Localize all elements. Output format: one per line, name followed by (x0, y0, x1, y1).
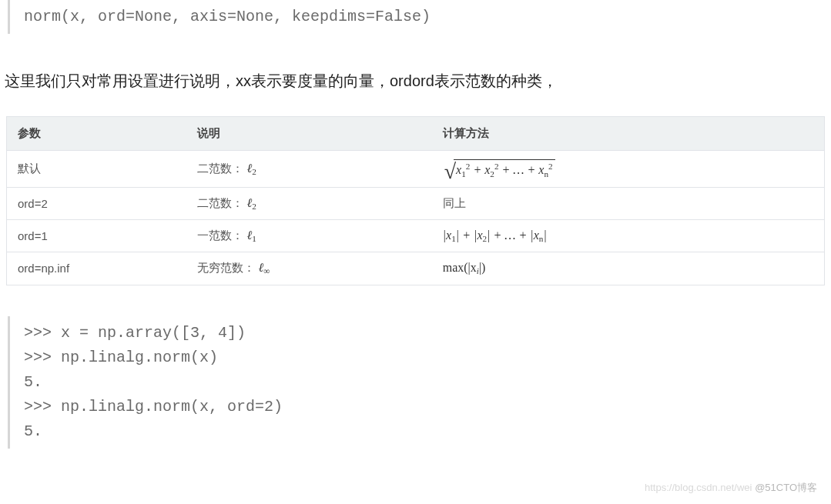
code-signature: norm(x, ord=None, axis=None, keepdims=Fa… (8, 0, 831, 34)
math-l1-icon: ℓ1 (247, 229, 256, 242)
table-row: ord=1 一范数： ℓ1 |x1| + |x2| + … + |xn| (7, 219, 824, 252)
cell-desc: 二范数： ℓ2 (186, 151, 431, 188)
cell-param: ord=np.inf (7, 252, 186, 285)
code-line: >>> np.linalg.norm(x) (24, 345, 817, 370)
math-l2-icon: ℓ2 (247, 162, 256, 175)
code-line: >>> np.linalg.norm(x, ord=2) (24, 395, 817, 419)
cell-calc: √x12 + x22 + … + xn2 (432, 151, 824, 188)
cell-desc: 一范数： ℓ1 (186, 219, 431, 252)
cell-param: ord=2 (7, 187, 186, 219)
table-row: ord=np.inf 无穷范数： ℓ∞ max(|xi|) (7, 252, 824, 285)
math-sqrt-sumsq: √x12 + x22 + … + xn2 (443, 159, 555, 179)
math-l2-icon: ℓ2 (247, 196, 256, 209)
table-row: 默认 二范数： ℓ2 √x12 + x22 + … + xn2 (7, 151, 824, 188)
code-text: norm(x, ord=None, axis=None, keepdims=Fa… (24, 8, 431, 25)
cell-calc: 同上 (432, 187, 824, 219)
cell-desc: 二范数： ℓ2 (186, 187, 431, 219)
table-row: ord=2 二范数： ℓ2 同上 (7, 187, 824, 219)
cell-calc: |x1| + |x2| + … + |xn| (432, 219, 824, 252)
explanatory-paragraph: 这里我们只对常用设置进行说明，xx表示要度量的向量，ordord表示范数的种类， (5, 68, 831, 93)
code-line: 5. (24, 370, 817, 395)
table: 参数 说明 计算方法 默认 二范数： ℓ2 √x12 + x22 + … + x… (7, 117, 824, 285)
code-line: >>> x = np.array([3, 4]) (24, 321, 817, 345)
math-sum-abs: |x1| + |x2| + … + |xn| (443, 229, 547, 242)
code-line: 5. (24, 419, 817, 444)
cell-calc: max(|xi|) (432, 252, 824, 285)
th-desc: 说明 (186, 117, 431, 151)
cell-desc: 无穷范数： ℓ∞ (186, 252, 431, 285)
th-calc: 计算方法 (432, 117, 824, 151)
math-max-abs: max(|xi|) (443, 261, 486, 274)
cell-param: ord=1 (7, 219, 186, 252)
math-linf-icon: ℓ∞ (259, 261, 270, 274)
code-session: >>> x = np.array([3, 4]) >>> np.linalg.n… (8, 316, 831, 449)
th-param: 参数 (7, 117, 186, 151)
norms-table: 参数 说明 计算方法 默认 二范数： ℓ2 √x12 + x22 + … + x… (6, 116, 825, 285)
cell-param: 默认 (7, 151, 186, 188)
